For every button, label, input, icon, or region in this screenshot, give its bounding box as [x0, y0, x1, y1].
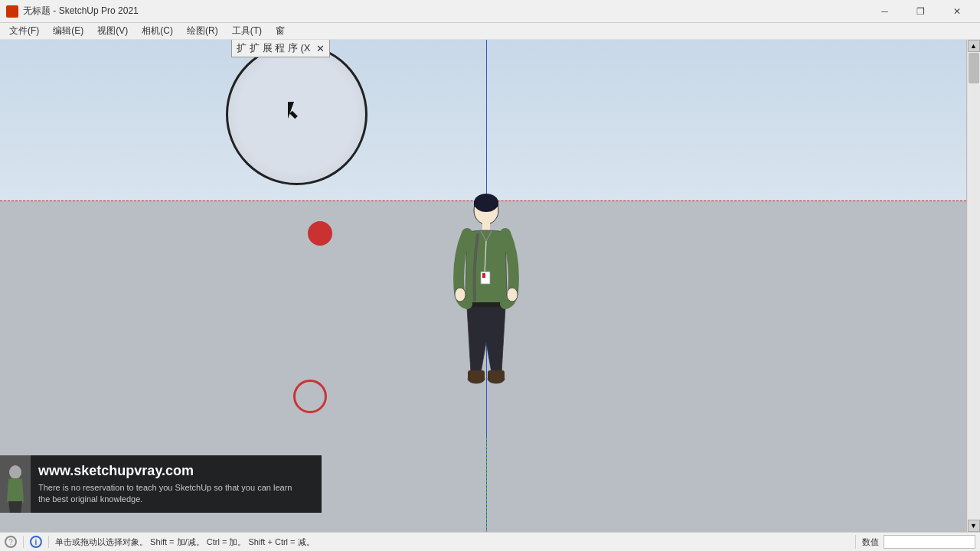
avatar-icon: [2, 463, 29, 513]
restore-button[interactable]: ❐: [903, 0, 938, 23]
human-figure: [452, 189, 521, 442]
menu-camera[interactable]: 相机(C): [136, 23, 179, 39]
cursor-icon: [288, 102, 303, 120]
statusbar: ? i 单击或拖动以选择对象。 Shift = 加/减。 Ctrl = 加。 S…: [0, 532, 980, 551]
menu-view[interactable]: 视图(V): [91, 23, 134, 39]
value-label: 数值: [862, 536, 879, 548]
info-icon[interactable]: i: [30, 536, 42, 548]
help-icon[interactable]: ?: [5, 536, 17, 548]
scroll-track: [968, 52, 980, 520]
watermark-banner: www.sketchupvray.com There is no reserva…: [0, 455, 322, 513]
magnifier-circle: [226, 44, 368, 185]
status-right: 数值: [855, 535, 975, 549]
scrollbar-right[interactable]: ▲ ▼: [966, 40, 980, 532]
svg-rect-6: [482, 273, 485, 278]
human-svg: [452, 189, 521, 442]
watermark-url: www.sketchupvray.com: [38, 463, 314, 479]
watermark-avatar: [0, 455, 31, 513]
scroll-down-button[interactable]: ▼: [968, 520, 980, 532]
scroll-up-button[interactable]: ▲: [968, 40, 980, 52]
value-input[interactable]: [884, 535, 975, 549]
viewport[interactable]: 扩 扩 展 程 序 (X ✕: [0, 40, 980, 532]
menu-edit[interactable]: 编辑(E): [47, 23, 90, 39]
toolbar-popup-text: 扩 展 程 序 (X: [250, 41, 310, 55]
red-marker-filled: [308, 221, 332, 246]
status-divider1: [23, 536, 24, 548]
menu-draw[interactable]: 绘图(R): [181, 23, 224, 39]
menu-file[interactable]: 文件(F): [3, 23, 45, 39]
sky-background: [0, 40, 966, 201]
svg-point-9: [507, 288, 518, 302]
title-text: 无标题 - SketchUp Pro 2021: [23, 5, 139, 18]
menu-tools[interactable]: 工具(T): [226, 23, 268, 39]
titlebar: 无标题 - SketchUp Pro 2021 ─ ❐ ✕: [0, 0, 980, 23]
status-divider2: [48, 536, 49, 548]
red-marker-outline: [293, 380, 327, 413]
close-button[interactable]: ✕: [939, 0, 974, 23]
watermark-description: There is no reservation to teach you Ske…: [38, 482, 314, 506]
axis-green: [486, 438, 487, 532]
status-message: 单击或拖动以选择对象。 Shift = 加/减。 Ctrl = 加。 Shift…: [55, 536, 849, 548]
toolbar-popup-icon: 扩: [237, 41, 247, 55]
scroll-thumb[interactable]: [969, 53, 979, 83]
toolbar-popup: 扩 扩 展 程 序 (X ✕: [231, 40, 330, 57]
svg-point-8: [455, 288, 466, 302]
titlebar-left: 无标题 - SketchUp Pro 2021: [6, 5, 139, 18]
menubar: 文件(F) 编辑(E) 视图(V) 相机(C) 绘图(R) 工具(T) 窗: [0, 23, 980, 40]
svg-rect-2: [474, 201, 498, 207]
titlebar-controls: ─ ❐ ✕: [867, 0, 974, 23]
svg-rect-13: [488, 370, 505, 380]
toolbar-popup-close[interactable]: ✕: [316, 43, 325, 54]
app-icon: [6, 5, 18, 18]
svg-point-14: [9, 465, 21, 479]
menu-window[interactable]: 窗: [270, 23, 291, 39]
minimize-button[interactable]: ─: [867, 0, 902, 23]
watermark-text-area: www.sketchupvray.com There is no reserva…: [31, 455, 322, 513]
svg-rect-11: [468, 370, 485, 380]
